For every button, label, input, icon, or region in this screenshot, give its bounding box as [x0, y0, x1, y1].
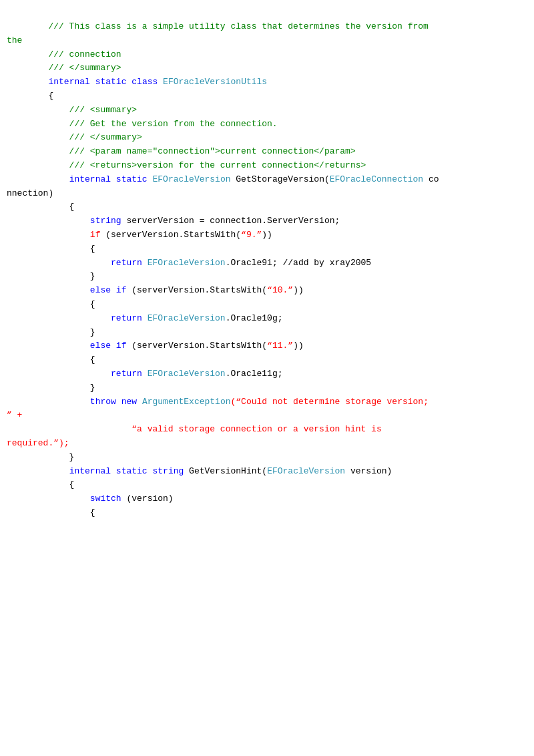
code-token: /// <summary> — [7, 105, 137, 115]
code-token: static — [116, 466, 148, 476]
code-token: switch — [90, 494, 121, 504]
code-token — [7, 216, 90, 226]
code-token — [142, 313, 148, 323]
code-line: } — [0, 381, 534, 395]
code-line: /// This class is a simple utility class… — [0, 20, 534, 34]
code-token: serverVersion = connection.ServerVersion… — [121, 216, 340, 226]
code-token: internal — [69, 466, 111, 476]
code-token: string — [152, 466, 184, 476]
code-token: .Oracle9i; //add by xray2005 — [226, 258, 371, 268]
code-line: { — [0, 200, 534, 214]
code-token: throw — [90, 397, 116, 407]
code-line: throw new ArgumentException(“Could not d… — [0, 395, 534, 409]
code-token: class — [131, 77, 158, 87]
code-token: else — [90, 285, 111, 295]
code-token: new — [121, 397, 137, 407]
code-token: EFOracleVersion — [152, 174, 230, 184]
code-line: /// Get the version from the connection. — [0, 118, 534, 132]
code-token: the — [7, 35, 22, 45]
code-token — [7, 424, 131, 434]
code-block: /// This class is a simple utility class… — [0, 13, 534, 527]
code-token: EFOracleVersion — [148, 369, 226, 379]
code-token: /// </summary> — [7, 132, 142, 142]
code-line: ” + — [0, 409, 534, 423]
code-line: /// <summary> — [0, 104, 534, 118]
code-token — [7, 230, 90, 240]
code-token: if — [90, 230, 101, 240]
code-token — [7, 397, 90, 407]
code-token — [111, 341, 116, 351]
code-token: EFOracleVersion — [148, 258, 226, 268]
code-line: return EFOracleVersion.Oracle10g; — [0, 312, 534, 326]
code-token: internal — [48, 77, 89, 87]
code-token — [111, 466, 116, 476]
code-token: /// </summary> — [7, 63, 121, 73]
code-token: EFOracleConnection — [330, 174, 423, 184]
code-line: } — [0, 326, 534, 340]
code-token: } — [7, 271, 95, 281]
code-token — [111, 285, 116, 295]
code-token — [7, 77, 48, 87]
code-token: .Oracle10g; — [226, 313, 283, 323]
code-token: GetVersionHint( — [184, 466, 267, 476]
code-token: { — [7, 355, 95, 365]
code-token: EFOracleVersion — [267, 466, 345, 476]
code-token: .Oracle11g; — [226, 369, 283, 379]
code-token — [7, 285, 90, 295]
code-token: nnection) — [7, 188, 53, 198]
code-token: return — [111, 313, 142, 323]
code-token: EFOracleVersionUtils — [163, 77, 267, 87]
code-token: internal — [69, 174, 111, 184]
code-line: { — [0, 242, 534, 256]
code-token: (version) — [121, 494, 174, 504]
code-token: ArgumentException — [142, 397, 231, 407]
code-token: /// connection — [7, 49, 121, 59]
code-token: “11.” — [267, 341, 293, 351]
code-line: } — [0, 451, 534, 465]
code-token: else — [90, 341, 111, 351]
code-token — [7, 174, 69, 184]
code-line: return EFOracleVersion.Oracle11g; — [0, 367, 534, 381]
code-token: EFOracleVersion — [148, 313, 226, 323]
code-token: (serverVersion.StartsWith( — [126, 285, 267, 295]
code-token: (serverVersion.StartsWith( — [100, 230, 241, 240]
code-line: { — [0, 478, 534, 492]
code-token — [7, 258, 111, 268]
code-line: nnection) — [0, 187, 534, 201]
code-token — [7, 369, 111, 379]
code-token: GetStorageVersion( — [231, 174, 330, 184]
code-token — [7, 341, 90, 351]
code-token: /// This class is a simple utility class… — [7, 21, 429, 31]
code-token: if — [116, 341, 127, 351]
code-token: if — [116, 285, 127, 295]
code-token: /// <param name="connection">current con… — [7, 146, 356, 156]
code-token: )) — [293, 341, 304, 351]
code-token: { — [7, 299, 95, 309]
code-line: string serverVersion = connection.Server… — [0, 214, 534, 228]
code-line: required.”); — [0, 437, 534, 451]
code-line: return EFOracleVersion.Oracle9i; //add b… — [0, 256, 534, 270]
code-line: the — [0, 34, 534, 48]
code-token: static — [95, 77, 127, 87]
code-line: internal static EFOracleVersion GetStora… — [0, 173, 534, 187]
code-line: { — [0, 89, 534, 104]
code-line: “a valid storage connection or a version… — [0, 423, 534, 437]
code-token: “9.” — [241, 230, 262, 240]
code-token — [137, 397, 142, 407]
code-token: { — [7, 91, 53, 101]
code-line: /// <returns>version for the current con… — [0, 159, 534, 173]
code-line: switch (version) — [0, 492, 534, 506]
code-token: return — [111, 369, 142, 379]
code-token: string — [90, 216, 121, 226]
code-token: (“Could not determine storage version; — [231, 397, 429, 407]
code-token: { — [7, 508, 95, 518]
code-line: { — [0, 506, 534, 520]
code-token: { — [7, 480, 74, 490]
code-token: )) — [262, 230, 272, 240]
code-token: ” + — [7, 410, 22, 420]
code-line: internal static class EFOracleVersionUti… — [0, 75, 534, 89]
code-token: } — [7, 327, 95, 337]
code-token: } — [7, 383, 95, 393]
code-token — [90, 77, 95, 87]
code-line: { — [0, 298, 534, 312]
